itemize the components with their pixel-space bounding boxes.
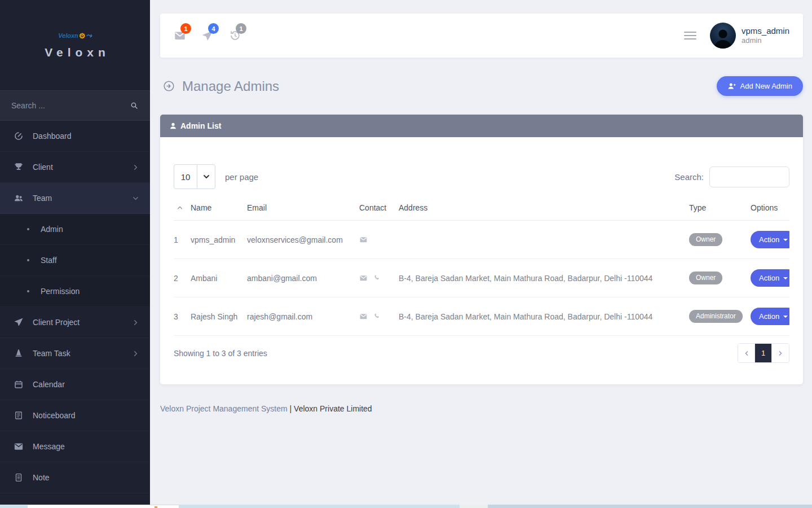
- chevron-right-icon: [133, 319, 139, 326]
- action-button[interactable]: Action: [751, 269, 789, 287]
- page-title: Manage Admins: [182, 78, 279, 94]
- pagination-prev-button[interactable]: [738, 344, 755, 362]
- sidebar-item-client-project[interactable]: Client Project: [0, 307, 150, 338]
- veloxn-logo-text: Veloxn: [58, 32, 78, 39]
- sort-asc-icon: [177, 205, 183, 211]
- chevron-right-icon: [133, 351, 139, 357]
- cone-icon: [14, 348, 24, 358]
- bullet-icon: [27, 259, 29, 261]
- sidebar-item-note[interactable]: Note: [0, 462, 150, 493]
- person-plus-icon: [727, 82, 736, 90]
- footer-separator: |: [290, 404, 292, 413]
- title-wrap: Manage Admins: [163, 78, 279, 94]
- caret-down-icon: [783, 277, 788, 279]
- sidebar-item-dashboard[interactable]: Dashboard: [0, 121, 150, 152]
- action-label: Action: [759, 312, 779, 321]
- pagination-page-1[interactable]: 1: [755, 344, 772, 362]
- topbar-notifications: 1 4 1: [174, 29, 241, 42]
- sort-column-header[interactable]: [174, 199, 191, 221]
- main-content: 1 4 1 vpms_admin admin: [150, 0, 812, 508]
- bottom-scroll-strip: [0, 505, 812, 508]
- sidebar: Veloxn⚙⤳ Veloxn Dashboard Client: [0, 0, 150, 508]
- contact-icons: [359, 274, 396, 282]
- column-header-options[interactable]: Options: [751, 199, 789, 221]
- footer-system-link[interactable]: Veloxn Project Management System: [160, 404, 288, 413]
- add-new-admin-label: Add New Admin: [740, 82, 793, 90]
- paper-plane-icon: [14, 317, 24, 327]
- sidebar-item-team[interactable]: Team: [0, 183, 150, 214]
- calendar-icon: [14, 379, 24, 389]
- pagination: 1: [738, 343, 789, 363]
- caret-down-icon: [783, 239, 788, 241]
- bullet-icon: [27, 290, 29, 292]
- history-button[interactable]: 1: [229, 29, 241, 42]
- phone-icon[interactable]: [373, 312, 381, 321]
- mail-icon[interactable]: [359, 274, 368, 282]
- table-footer: Showing 1 to 3 of 3 entries 1: [174, 343, 789, 363]
- table-search-input[interactable]: [709, 167, 789, 187]
- table-row: 3 Rajesh Singh rajesh@gmail.com: [174, 297, 789, 336]
- column-header-contact[interactable]: Contact: [359, 199, 399, 221]
- contact-icons: [359, 235, 396, 244]
- page-footer: Veloxn Project Management System | Velox…: [160, 404, 803, 413]
- pagination-next-button[interactable]: [772, 344, 789, 362]
- swoosh-icon: ⤳: [86, 31, 91, 40]
- messages-button[interactable]: 1: [174, 29, 186, 42]
- sidebar-item-admin[interactable]: Admin: [0, 214, 150, 245]
- column-header-address[interactable]: Address: [399, 199, 689, 221]
- circled-arrow-icon: [163, 80, 175, 92]
- sidebar-item-label: Team: [33, 194, 52, 203]
- user-menu[interactable]: vpms_admin admin: [710, 23, 789, 49]
- add-new-admin-button[interactable]: Add New Admin: [717, 76, 804, 96]
- brand-name: Veloxn: [40, 46, 110, 59]
- speedometer-icon: [14, 131, 24, 141]
- sidebar-item-permission[interactable]: Permission: [0, 276, 150, 307]
- sent-items-badge: 4: [208, 23, 219, 34]
- sidebar-item-calendar[interactable]: Calendar: [0, 369, 150, 400]
- admin-name: Rajesh Singh: [191, 297, 247, 336]
- trophy-icon: [14, 162, 24, 172]
- sidebar-logo-block[interactable]: Veloxn⚙⤳ Veloxn: [0, 0, 150, 90]
- sidebar-item-label: Message: [33, 442, 65, 451]
- bullet-icon: [27, 228, 29, 230]
- admin-address: B-4, Bareja Sadan Market, Main Mathura R…: [399, 259, 689, 297]
- column-header-name[interactable]: Name: [191, 199, 247, 221]
- sent-items-button[interactable]: 4: [201, 29, 214, 42]
- per-page-value: 10: [174, 165, 197, 189]
- sidebar-item-client[interactable]: Client: [0, 152, 150, 183]
- history-badge: 1: [236, 23, 246, 34]
- mail-icon[interactable]: [359, 235, 368, 244]
- table-header-row: Name Email Contact Address Type Options: [174, 199, 789, 221]
- admin-name: Ambani: [191, 259, 247, 297]
- search-icon[interactable]: [130, 101, 139, 110]
- mail-icon[interactable]: [359, 312, 368, 321]
- column-header-type[interactable]: Type: [689, 199, 751, 221]
- table-row: 1 vpms_admin veloxnservices@gmail.com Ow…: [174, 221, 789, 259]
- topbar: 1 4 1 vpms_admin admin: [160, 14, 803, 58]
- user-role: admin: [742, 36, 789, 45]
- admin-list-title: Admin List: [180, 121, 221, 130]
- chevron-down-icon: [133, 195, 139, 202]
- sidebar-item-staff[interactable]: Staff: [0, 245, 150, 276]
- sidebar-item-noticeboard[interactable]: Noticeboard: [0, 400, 150, 431]
- sidebar-item-message[interactable]: Message: [0, 431, 150, 462]
- per-page-select[interactable]: 10: [174, 164, 215, 189]
- table-row: 2 Ambani ambani@gmail.com: [174, 259, 789, 297]
- chevron-down-icon: [197, 165, 215, 189]
- caret-down-icon: [783, 316, 788, 318]
- column-header-email[interactable]: Email: [247, 199, 359, 221]
- person-icon: [169, 122, 177, 130]
- row-number: 2: [174, 259, 191, 297]
- username: vpms_admin: [742, 26, 789, 37]
- action-button[interactable]: Action: [751, 308, 789, 325]
- admin-table: Name Email Contact Address Type Options …: [174, 199, 789, 336]
- phone-icon[interactable]: [373, 274, 381, 282]
- per-page-label: per page: [225, 172, 258, 182]
- sidebar-search-input[interactable]: [11, 101, 130, 110]
- action-button[interactable]: Action: [751, 231, 789, 248]
- admin-email: ambani@gmail.com: [247, 259, 359, 297]
- table-search: Search:: [674, 167, 789, 187]
- admin-list-header: Admin List: [160, 115, 803, 137]
- hamburger-menu-icon[interactable]: [684, 32, 696, 40]
- sidebar-item-team-task[interactable]: Team Task: [0, 338, 150, 369]
